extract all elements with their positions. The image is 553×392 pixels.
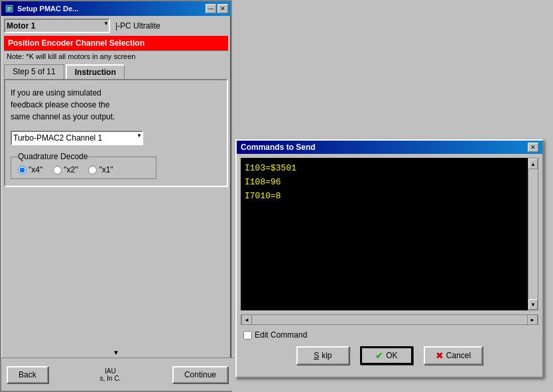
radio-x1[interactable]: "x1" xyxy=(88,165,113,174)
dialog-title: Commands to Send xyxy=(241,143,316,152)
dialog-titlebar: Commands to Send ✕ xyxy=(237,141,542,154)
position-header: Position Encoder Channel Selection xyxy=(4,36,228,50)
motor-select-wrapper: Motor 1 Motor 2 Motor 3 xyxy=(4,19,110,33)
close-button[interactable]: ✕ xyxy=(217,4,228,13)
scroll-down-button[interactable]: ▼ xyxy=(528,299,538,310)
setup-titlebar: Setup PMAC De... — ✕ xyxy=(1,1,231,16)
instruction-text: If you are using simulated feedback plea… xyxy=(11,87,221,123)
scroll-left-button[interactable]: ◄ xyxy=(241,314,252,325)
quadrature-legend: Quadrature Decode xyxy=(18,152,88,161)
bottom-center-label: IAU s, In C. xyxy=(48,367,172,382)
ok-button[interactable]: ✔ OK xyxy=(360,346,413,365)
continue-button[interactable]: Continue xyxy=(172,366,228,383)
command-line-3: I7010=8 xyxy=(245,190,524,204)
bottom-bar: Back IAU s, In C. Continue xyxy=(1,358,233,391)
channel-select-wrapper: Turbo-PMAC2 Channel 1 xyxy=(11,131,143,145)
tabs-row: Step 5 of 11 Instruction xyxy=(4,64,228,79)
cancel-label: Cancel xyxy=(446,351,471,360)
hscroll-track xyxy=(252,316,527,324)
radio-x2[interactable]: "x2" xyxy=(53,165,78,174)
scroll-up-button[interactable]: ▲ xyxy=(528,159,538,169)
edit-command-label[interactable]: Edit Command xyxy=(243,330,307,340)
quadrature-section: Quadrature Decode "x4" "x2" "x1" xyxy=(11,152,221,179)
edit-command-row: Edit Command xyxy=(237,328,542,342)
svg-rect-1 xyxy=(7,7,11,8)
edit-command-text: Edit Command xyxy=(255,330,307,340)
commands-dialog: Commands to Send ✕ I103=$3501 I108=96 I7… xyxy=(235,139,544,378)
edit-command-checkbox[interactable] xyxy=(243,331,252,340)
bottom-arrow: ▼ xyxy=(113,349,119,356)
cancel-button[interactable]: ✖ Cancel xyxy=(424,346,483,365)
dialog-btn-row: Skip ✔ OK ✖ Cancel xyxy=(237,342,542,369)
radio-row: "x4" "x2" "x1" xyxy=(18,165,149,174)
back-button[interactable]: Back xyxy=(7,366,48,383)
scroll-track xyxy=(528,169,538,299)
scroll-right-button[interactable]: ► xyxy=(527,314,538,325)
commands-text-area: I103=$3501 I108=96 I7010=8 xyxy=(241,158,528,310)
svg-rect-2 xyxy=(7,9,11,9)
command-line-2: I108=96 xyxy=(245,176,524,190)
command-line-1: I103=$3501 xyxy=(245,162,524,176)
ok-check-icon: ✔ xyxy=(375,350,383,361)
skip-button[interactable]: Skip xyxy=(296,346,349,365)
window-body: Motor 1 Motor 2 Motor 3 |-PC Ultralite P… xyxy=(1,16,231,190)
minimize-button[interactable]: — xyxy=(206,4,216,13)
vertical-scrollbar[interactable]: ▲ ▼ xyxy=(528,158,538,310)
motor-select[interactable]: Motor 1 Motor 2 Motor 3 xyxy=(4,19,110,33)
ok-label: OK xyxy=(386,351,397,360)
setup-window: Setup PMAC De... — ✕ Motor 1 Motor 2 Mot… xyxy=(0,0,232,392)
note-bar: Note: *K will kill all motors in any scr… xyxy=(4,50,228,62)
radio-x1-input[interactable] xyxy=(88,166,97,174)
pc-label: |-PC Ultralite xyxy=(115,21,160,31)
dialog-close-button[interactable]: ✕ xyxy=(528,143,538,152)
setup-title: Setup PMAC De... xyxy=(17,5,78,13)
radio-x4-input[interactable] xyxy=(18,166,27,174)
radio-x2-input[interactable] xyxy=(53,166,62,174)
tab-instruction[interactable]: Instruction xyxy=(66,64,125,79)
cancel-x-icon: ✖ xyxy=(436,350,444,361)
tab-content: If you are using simulated feedback plea… xyxy=(4,79,228,187)
channel-select[interactable]: Turbo-PMAC2 Channel 1 xyxy=(11,131,143,145)
channel-section: Turbo-PMAC2 Channel 1 xyxy=(11,131,221,145)
horizontal-scrollbar[interactable]: ◄ ► xyxy=(241,314,538,325)
setup-window-icon xyxy=(4,3,15,14)
quadrature-fieldset: Quadrature Decode "x4" "x2" "x1" xyxy=(11,152,156,179)
commands-text-container: I103=$3501 I108=96 I7010=8 ▲ ▼ xyxy=(241,158,538,310)
svg-rect-3 xyxy=(7,10,10,11)
radio-x4[interactable]: "x4" xyxy=(18,165,42,174)
motor-row: Motor 1 Motor 2 Motor 3 |-PC Ultralite xyxy=(4,19,228,33)
bottom-scroll-row: ▼ xyxy=(1,348,231,358)
tab-step[interactable]: Step 5 of 11 xyxy=(4,64,64,79)
titlebar-controls: — ✕ xyxy=(206,4,228,13)
